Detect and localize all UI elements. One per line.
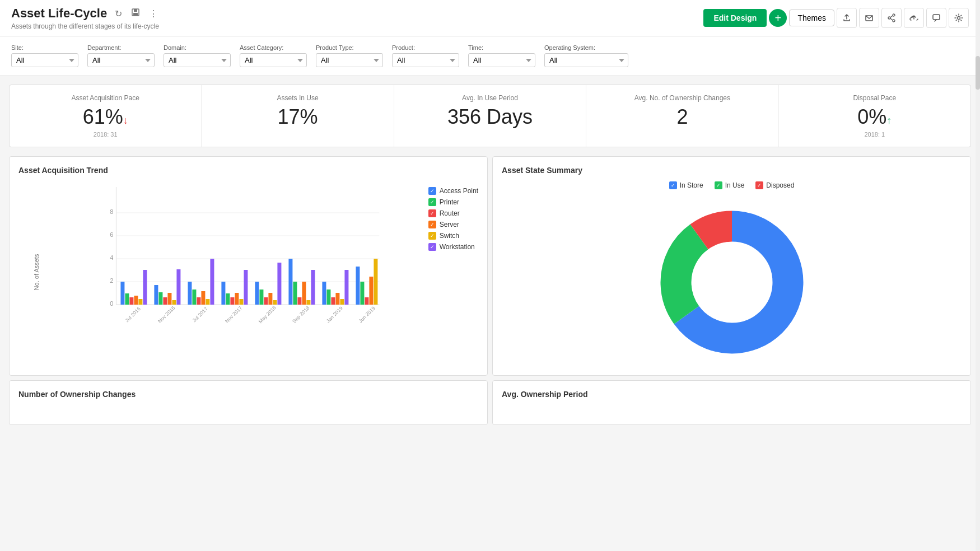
donut-in-store-icon[interactable]: ✓ — [669, 181, 677, 189]
upload-button[interactable] — [904, 8, 924, 28]
time-label: Time: — [468, 44, 535, 51]
donut-legend-in-store: ✓ In Store — [669, 181, 703, 189]
svg-rect-47 — [259, 289, 263, 305]
refresh-button[interactable]: ↻ — [113, 6, 124, 21]
kpi-avg-in-use-period-label: Avg. In Use Period — [405, 94, 575, 102]
svg-rect-32 — [172, 300, 176, 305]
donut-chart-title: Asset State Summary — [502, 166, 962, 175]
kpi-acquisition-pace-value: 61%↓ — [21, 105, 190, 129]
svg-rect-59 — [326, 289, 330, 305]
svg-rect-65 — [360, 282, 364, 305]
donut-in-use-icon[interactable]: ✓ — [715, 181, 722, 189]
donut-disposed-icon[interactable]: ✓ — [755, 181, 763, 189]
svg-rect-28 — [154, 285, 158, 305]
site-label: Site: — [11, 44, 78, 51]
site-select[interactable]: All — [11, 53, 78, 67]
svg-rect-48 — [264, 297, 268, 305]
svg-rect-68 — [374, 259, 377, 305]
svg-point-10 — [958, 17, 960, 20]
add-button[interactable]: + — [769, 9, 787, 27]
svg-rect-62 — [340, 299, 344, 305]
svg-rect-64 — [356, 267, 360, 305]
svg-rect-44 — [239, 299, 243, 305]
bar-chart-container: No. of Assets 0 2 4 6 8 — [18, 181, 478, 329]
legend-workstation: ✓ Workstation — [428, 243, 478, 251]
share-button[interactable] — [881, 8, 902, 28]
legend-workstation-icon[interactable]: ✓ — [428, 243, 436, 251]
svg-rect-58 — [322, 282, 326, 305]
legend-access-point: ✓ Access Point — [428, 187, 478, 195]
kpi-acquisition-pace: Asset Acquisition Pace 61%↓ 2018: 31 — [10, 85, 202, 147]
legend-access-point-icon[interactable]: ✓ — [428, 187, 436, 195]
legend-switch-label: Switch — [440, 232, 459, 240]
svg-rect-60 — [331, 297, 335, 305]
product-select[interactable]: All — [392, 53, 459, 67]
bar-chart-area: 0 2 4 6 8 — [59, 181, 419, 329]
kpi-avg-in-use-period-value: 356 Days — [405, 105, 575, 129]
page-title: Asset Life-Cycle — [11, 6, 107, 21]
svg-rect-50 — [273, 300, 277, 305]
legend-switch: ✓ Switch — [428, 232, 478, 240]
kpi-ownership-changes-value: 2 — [598, 105, 767, 129]
svg-rect-55 — [302, 282, 306, 305]
legend-printer-icon[interactable]: ✓ — [428, 198, 436, 206]
product-label: Product: — [392, 44, 459, 51]
domain-select[interactable]: All — [164, 53, 231, 67]
kpi-disposal-pace: Disposal Pace 0%↑ 2018: 1 — [779, 85, 970, 147]
save-button[interactable] — [129, 6, 142, 21]
bar-chart-svg: 0 2 4 6 8 — [59, 181, 419, 327]
asset-category-select[interactable]: All — [240, 53, 307, 67]
svg-rect-26 — [138, 299, 142, 305]
chat-button[interactable] — [926, 8, 946, 28]
vertical-scrollbar[interactable] — [976, 0, 980, 434]
product-type-filter-group: Product Type: All — [316, 44, 383, 67]
donut-container: ✓ In Store ✓ In Use ✓ Disposed — [502, 181, 962, 366]
scrollbar-thumb[interactable] — [976, 56, 980, 90]
legend-router-icon[interactable]: ✓ — [428, 209, 436, 217]
svg-rect-66 — [365, 297, 368, 305]
svg-rect-23 — [125, 293, 129, 305]
ownership-changes-title: Number of Ownership Changes — [18, 390, 478, 399]
bar-chart-panel: Asset Acquisition Trend No. of Assets 0 … — [9, 156, 488, 376]
edit-design-button[interactable]: Edit Design — [703, 9, 767, 27]
svg-rect-9 — [933, 15, 940, 20]
charts-row: Asset Acquisition Trend No. of Assets 0 … — [9, 156, 971, 376]
page-subtitle: Assets through the different stages of i… — [11, 22, 160, 30]
svg-rect-52 — [288, 259, 292, 305]
os-select[interactable]: All — [544, 53, 628, 67]
settings-button[interactable] — [949, 8, 969, 28]
svg-text:Jul 2016: Jul 2016 — [124, 306, 142, 323]
export-button[interactable] — [837, 8, 857, 28]
asset-category-filter-group: Asset Category: All — [240, 44, 307, 67]
svg-rect-67 — [369, 277, 373, 305]
svg-rect-27 — [143, 270, 147, 305]
os-label: Operating System: — [544, 44, 628, 51]
title-icons: ↻ ⋮ — [113, 6, 160, 21]
legend-printer: ✓ Printer — [428, 198, 478, 206]
department-select[interactable]: All — [87, 53, 155, 67]
legend-switch-icon[interactable]: ✓ — [428, 232, 436, 240]
site-filter-group: Site: All — [11, 44, 78, 67]
time-select[interactable]: All — [468, 53, 535, 67]
svg-rect-61 — [335, 293, 339, 305]
svg-rect-31 — [167, 293, 171, 305]
kpi-row: Asset Acquisition Pace 61%↓ 2018: 31 Ass… — [9, 85, 971, 147]
svg-rect-33 — [176, 269, 180, 305]
product-type-select[interactable]: All — [316, 53, 383, 67]
svg-text:6: 6 — [110, 231, 113, 238]
svg-text:2: 2 — [110, 277, 113, 284]
svg-rect-51 — [277, 263, 281, 305]
more-options-button[interactable]: ⋮ — [147, 6, 160, 21]
donut-legend: ✓ In Store ✓ In Use ✓ Disposed — [669, 181, 795, 189]
mail-button[interactable] — [859, 8, 879, 28]
svg-rect-49 — [268, 293, 272, 305]
legend-server-icon[interactable]: ✓ — [428, 221, 436, 228]
svg-rect-45 — [244, 270, 248, 305]
legend-server: ✓ Server — [428, 221, 478, 228]
up-arrow-icon: ↑ — [886, 115, 892, 126]
bottom-charts-row: Number of Ownership Changes Avg. Ownersh… — [9, 380, 971, 425]
kpi-disposal-pace-label: Disposal Pace — [790, 94, 959, 102]
themes-button[interactable]: Themes — [789, 10, 834, 26]
domain-label: Domain: — [164, 44, 231, 51]
os-filter-group: Operating System: All — [544, 44, 628, 67]
